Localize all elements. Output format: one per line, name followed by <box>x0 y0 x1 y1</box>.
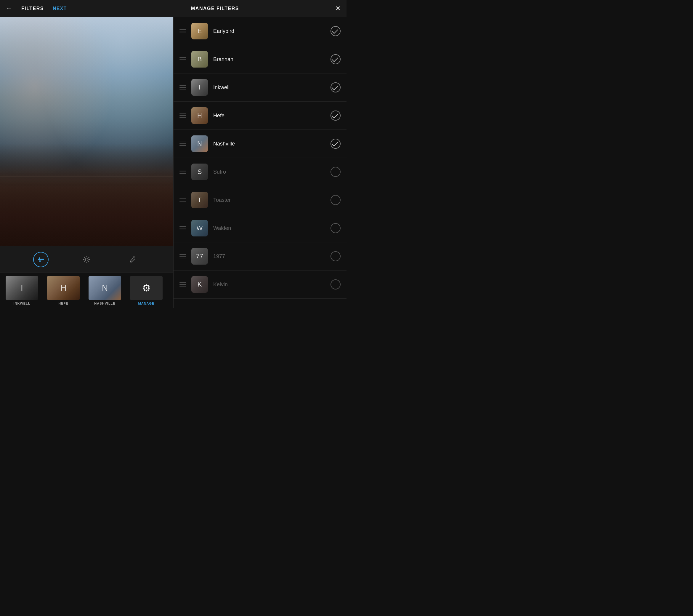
filter-row-toaster[interactable]: T Toaster <box>174 186 346 214</box>
filter-thumb-hefe: H <box>47 276 80 300</box>
filter-row-kelvin[interactable]: K Kelvin <box>174 271 346 299</box>
filter-row-earlybird[interactable]: E Earlybird <box>174 17 346 45</box>
drag-handle-walden <box>179 226 186 230</box>
filter-name-toaster: Toaster <box>213 197 331 203</box>
filter-label-nashville: NASHVILLE <box>94 302 115 305</box>
drag-handle-kelvin <box>179 282 186 287</box>
filter-item-nashville[interactable]: N NASHVILLE <box>84 273 125 308</box>
tools-tool-button[interactable] <box>125 252 140 267</box>
filter-name-inkwell: Inkwell <box>213 84 331 91</box>
filter-avatar-kelvin: K <box>191 276 208 293</box>
filter-name-hefe: Hefe <box>213 113 331 119</box>
filter-check-1977[interactable] <box>331 251 341 261</box>
filter-name-nashville: Nashville <box>213 141 331 147</box>
filter-check-toaster[interactable] <box>331 195 341 205</box>
filter-avatar-earlybird: E <box>191 23 208 39</box>
filter-name-1977: 1977 <box>213 253 331 259</box>
filter-check-hefe[interactable] <box>331 111 341 121</box>
filter-item-manage[interactable]: ⚙ MANAGE <box>125 273 167 308</box>
left-panel: I INKWELL H HEFE N NASHVILLE ⚙ MANAGE <box>0 17 173 308</box>
filter-label-inkwell: INKWELL <box>13 302 30 305</box>
main-content: I INKWELL H HEFE N NASHVILLE ⚙ MANAGE <box>0 17 346 308</box>
svg-point-15 <box>130 261 131 262</box>
gear-icon: ⚙ <box>142 282 151 294</box>
manage-filters-panel: E Earlybird B Brannan I Inkwell H Hefe <box>173 17 346 308</box>
filter-item-hefe[interactable]: H HEFE <box>43 273 84 308</box>
filter-check-earlybird[interactable] <box>331 26 341 36</box>
filter-label-hefe: HEFE <box>58 302 68 305</box>
manage-filters-title: MANAGE FILTERS <box>191 6 239 11</box>
filter-thumb-nashville: N <box>88 276 121 300</box>
filter-name-walden: Walden <box>213 225 331 231</box>
filter-row-hefe[interactable]: H Hefe <box>174 102 346 130</box>
filter-check-sutro[interactable] <box>331 167 341 177</box>
filter-item-inkwell[interactable]: I INKWELL <box>1 273 43 308</box>
filter-avatar-1977: 77 <box>191 248 208 265</box>
filters-tool-button[interactable] <box>33 252 48 267</box>
drag-handle-sutro <box>179 170 186 174</box>
filter-name-kelvin: Kelvin <box>213 282 331 288</box>
filter-avatar-inkwell: I <box>191 79 208 96</box>
back-arrow-icon: ← <box>6 5 13 13</box>
filter-thumbnail-bar: I INKWELL H HEFE N NASHVILLE ⚙ MANAGE <box>0 273 173 308</box>
filter-check-walden[interactable] <box>331 223 341 233</box>
filter-avatar-brannan: B <box>191 51 208 68</box>
svg-point-3 <box>39 257 40 259</box>
tool-bar <box>0 246 173 273</box>
filters-title: FILTERS <box>21 6 44 11</box>
manage-header-section: MANAGE FILTERS ✕ <box>179 5 341 13</box>
back-button[interactable]: ← <box>6 5 13 13</box>
svg-line-14 <box>84 261 85 262</box>
filter-label-manage: MANAGE <box>138 302 155 305</box>
next-button[interactable]: NEXT <box>53 6 67 11</box>
filter-row-inkwell[interactable]: I Inkwell <box>174 74 346 102</box>
filter-name-sutro: Sutro <box>213 169 331 175</box>
drag-handle-hefe <box>179 114 186 118</box>
filter-row-nashville[interactable]: N Nashville <box>174 130 346 158</box>
filter-check-brannan[interactable] <box>331 54 341 64</box>
filter-row-walden[interactable]: W Walden <box>174 214 346 243</box>
drag-handle-1977 <box>179 254 186 258</box>
filter-avatar-walden: W <box>191 220 208 236</box>
drag-handle-toaster <box>179 198 186 202</box>
svg-line-12 <box>88 261 89 262</box>
svg-point-4 <box>41 259 42 260</box>
svg-point-5 <box>39 260 41 262</box>
filter-avatar-toaster: T <box>191 192 208 208</box>
filter-avatar-hefe: H <box>191 107 208 124</box>
filter-avatar-nashville: N <box>191 135 208 152</box>
close-button[interactable]: ✕ <box>335 5 341 13</box>
filter-row-1977[interactable]: 77 1977 <box>174 243 346 271</box>
drag-handle-brannan <box>179 57 186 61</box>
filter-row-brannan[interactable]: B Brannan <box>174 45 346 74</box>
app-header: ← FILTERS NEXT MANAGE FILTERS ✕ <box>0 0 346 17</box>
filter-thumb-inkwell: I <box>6 276 38 300</box>
svg-point-6 <box>85 258 88 261</box>
filter-name-brannan: Brannan <box>213 56 331 62</box>
filter-avatar-sutro: S <box>191 163 208 180</box>
drag-handle-nashville <box>179 142 186 146</box>
filter-check-kelvin[interactable] <box>331 280 341 289</box>
filter-check-nashville[interactable] <box>331 139 341 149</box>
photo-preview <box>0 17 173 246</box>
drag-handle-inkwell <box>179 85 186 90</box>
filter-thumb-manage: ⚙ <box>130 276 163 300</box>
filter-row-sutro[interactable]: S Sutro <box>174 158 346 186</box>
filter-name-earlybird: Earlybird <box>213 28 331 34</box>
drag-handle-earlybird <box>179 29 186 33</box>
beach-photo <box>0 17 173 246</box>
svg-line-13 <box>88 257 89 258</box>
svg-line-11 <box>84 257 85 258</box>
adjust-tool-button[interactable] <box>79 252 95 267</box>
filter-check-inkwell[interactable] <box>331 82 341 93</box>
